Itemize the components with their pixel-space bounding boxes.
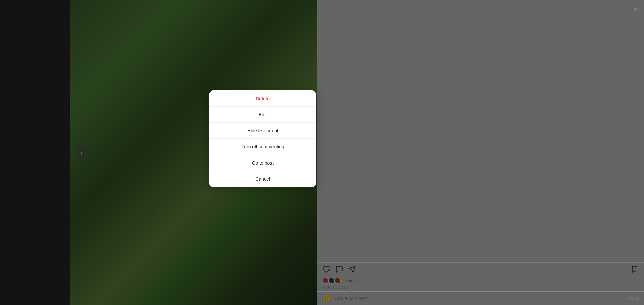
modal-item-cancel[interactable]: Cancel — [209, 171, 316, 187]
modal-dialog: Delete Edit Hide like count Turn off com… — [209, 90, 316, 187]
modal-item-delete[interactable]: Delete — [209, 90, 316, 107]
modal-item-edit[interactable]: Edit — [209, 107, 316, 123]
modal-item-go-to-post[interactable]: Go to post — [209, 155, 316, 171]
modal-overlay[interactable]: Delete Edit Hide like count Turn off com… — [0, 0, 644, 305]
modal-item-turn-off-commenting[interactable]: Turn off commenting — [209, 139, 316, 155]
modal-item-hide-like-count[interactable]: Hide like count — [209, 123, 316, 139]
